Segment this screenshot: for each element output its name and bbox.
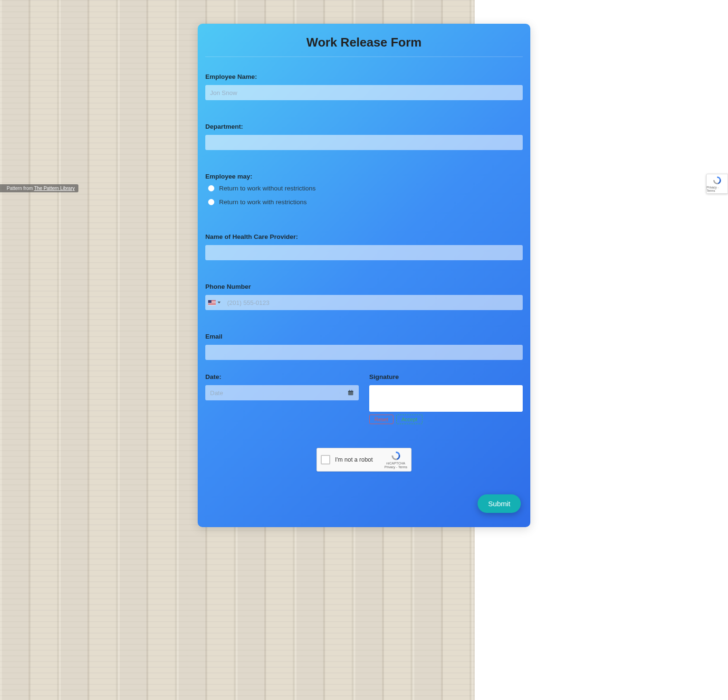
provider-block: Name of Health Care Provider: (205, 233, 523, 260)
department-input[interactable] (205, 135, 523, 150)
captcha-label: I'm not a robot (335, 456, 384, 463)
form-card: Work Release Form Employee Name: Departm… (198, 24, 530, 527)
form-title: Work Release Form (205, 32, 523, 57)
captcha-brand-text: reCAPTCHA (384, 462, 407, 465)
department-label: Department: (205, 123, 523, 130)
signature-accept-button[interactable]: Accept (396, 415, 423, 424)
date-block: Date: (205, 373, 359, 424)
recaptcha-icon (712, 176, 722, 185)
employee-name-input[interactable] (205, 85, 523, 100)
employee-may-label: Employee may: (205, 173, 523, 180)
recaptcha-badge[interactable]: Privacy - Terms (706, 174, 728, 194)
pattern-credit: Pattern from The Pattern Library (0, 184, 78, 192)
radio-icon (208, 185, 214, 191)
radio-option-without[interactable]: Return to work without restrictions (208, 185, 523, 192)
captcha-checkbox[interactable] (321, 455, 330, 464)
signature-pad[interactable] (369, 385, 523, 412)
chevron-down-icon (218, 302, 220, 303)
recaptcha-icon (390, 451, 402, 461)
phone-block: Phone Number (205, 283, 523, 310)
badge-legal: Privacy - Terms (707, 186, 728, 192)
department-block: Department: (205, 123, 523, 150)
employee-may-block: Employee may: Return to work without res… (205, 173, 523, 206)
pattern-library-link[interactable]: The Pattern Library (34, 186, 75, 191)
phone-input-wrap (205, 295, 523, 310)
credit-prefix: Pattern from (7, 186, 34, 191)
svg-rect-2 (349, 390, 350, 391)
phone-label: Phone Number (205, 283, 523, 290)
email-block: Email (205, 333, 523, 360)
employee-name-label: Employee Name: (205, 73, 523, 80)
radio-icon (208, 199, 214, 205)
provider-label: Name of Health Care Provider: (205, 233, 523, 240)
captcha-row: I'm not a robot reCAPTCHA Privacy - Term… (205, 448, 523, 472)
phone-input[interactable] (223, 295, 523, 310)
provider-input[interactable] (205, 245, 523, 260)
radio-label: Return to work without restrictions (219, 185, 316, 192)
recaptcha-box[interactable]: I'm not a robot reCAPTCHA Privacy - Term… (316, 448, 412, 472)
email-label: Email (205, 333, 523, 340)
radio-label: Return to work with restrictions (219, 199, 307, 206)
submit-button[interactable]: Submit (478, 494, 521, 513)
us-flag-icon (208, 300, 216, 305)
date-signature-row: Date: Signature Reset Accept (205, 373, 523, 424)
captcha-brand: reCAPTCHA Privacy - Terms (384, 451, 407, 469)
svg-rect-1 (348, 391, 354, 392)
date-label: Date: (205, 373, 359, 380)
employee-name-block: Employee Name: (205, 73, 523, 100)
email-input[interactable] (205, 345, 523, 360)
signature-label: Signature (369, 373, 523, 380)
svg-rect-3 (352, 390, 352, 391)
date-input[interactable] (205, 385, 359, 400)
calendar-icon (347, 389, 354, 396)
signature-reset-button[interactable]: Reset (369, 415, 393, 424)
radio-option-with[interactable]: Return to work with restrictions (208, 199, 523, 206)
signature-block: Signature Reset Accept (369, 373, 523, 424)
phone-country-selector[interactable] (208, 300, 223, 305)
captcha-legal: Privacy - Terms (384, 465, 407, 469)
